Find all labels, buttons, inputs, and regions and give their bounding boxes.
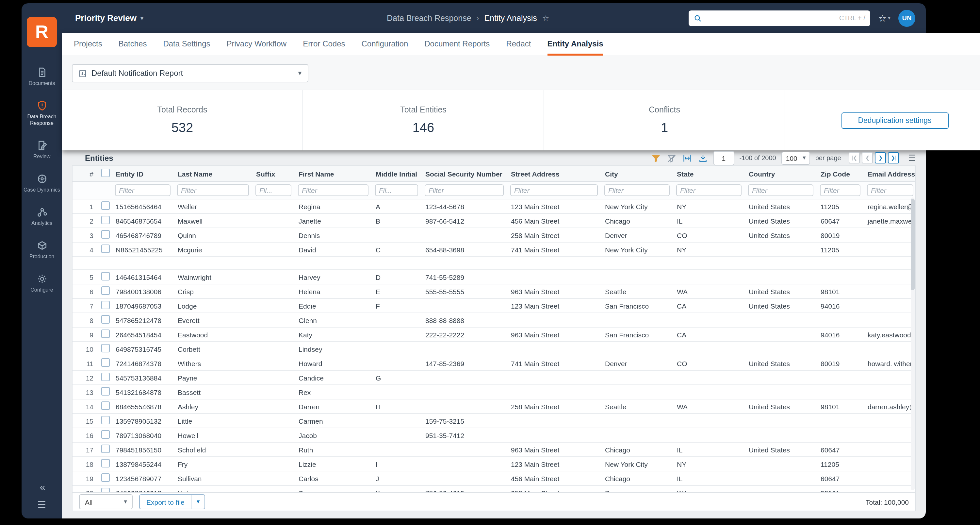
entity-id-link[interactable]: 684655546878 [112,399,174,413]
vertical-scrollbar[interactable] [911,198,915,490]
row-checkbox[interactable] [101,301,110,309]
entity-id-link[interactable]: 798451856150 [112,442,174,457]
sidebar-menu-button[interactable]: ☰ [38,499,46,511]
app-logo[interactable]: R [27,17,57,47]
table-row[interactable]: 2846546875654MaxwellJanetteB987-66-54124… [73,214,915,228]
breadcrumb-parent[interactable]: Data Breach Response [387,13,471,22]
sidebar-item-analytics[interactable]: Analytics [22,205,62,228]
entity-id-link[interactable]: 649875316745 [112,341,174,356]
breadcrumb-current[interactable]: Entity Analysis [484,13,537,22]
mass-action-scope-select[interactable]: All ▼ [79,494,133,509]
select-all-checkbox[interactable] [101,169,110,177]
export-options-button[interactable]: ▼ [191,495,205,509]
sidebar-item-documents[interactable]: Documents [22,65,62,88]
row-checkbox[interactable] [101,272,110,281]
row-checkbox[interactable] [101,459,110,468]
fit-columns-icon[interactable] [682,153,692,163]
column-filter-input-13[interactable] [867,184,913,196]
row-checkbox[interactable] [101,473,110,482]
entity-id-link[interactable]: 146461315464 [112,270,174,284]
column-filter-input-6[interactable] [375,184,418,196]
export-to-file-button[interactable]: Export to file [140,495,191,509]
table-row[interactable]: 8547865212478EverettGlenn888-88-8888 [73,313,915,327]
workspace-selector[interactable]: Priority Review ▾ [75,13,143,23]
export-grid-icon[interactable] [697,153,708,163]
table-row[interactable]: 13541321684878BassettRex [73,385,915,399]
column-filter-input-2[interactable] [115,184,170,196]
tab-configuration[interactable]: Configuration [362,33,408,56]
row-checkbox[interactable] [101,387,110,396]
entity-id-link[interactable]: 123456789077 [112,471,174,485]
row-checkbox[interactable] [101,488,110,492]
grid-menu-icon[interactable]: ☰ [908,153,916,163]
tab-entity-analysis[interactable]: Entity Analysis [547,33,603,56]
last-page-button[interactable]: ❯| [888,152,899,163]
report-selector[interactable]: Default Notification Report ▼ [72,64,309,82]
row-checkbox[interactable] [101,430,110,439]
row-checkbox[interactable] [101,358,110,367]
table-row[interactable]: 10649875316745CorbettLindsey [73,341,915,356]
tab-batches[interactable]: Batches [119,33,147,56]
table-row[interactable]: 11724146874378WithersHoward147-85-236974… [73,356,915,370]
column-header-email-address[interactable]: Email Address [864,166,915,182]
table-row[interactable]: 16789713068040HowellJacob951-35-7412 [73,428,915,442]
entity-id-link[interactable]: 798400138006 [112,284,174,298]
tab-document-reports[interactable]: Document Reports [424,33,490,56]
table-row[interactable]: 12545753136884PayneCandiceG [73,370,915,385]
entity-id-link[interactable]: 545753136884 [112,370,174,385]
column-header-country[interactable]: Country [745,166,817,182]
column-filter-input-5[interactable] [298,184,369,196]
entity-id-link[interactable]: 547865212478 [112,313,174,327]
tab-projects[interactable]: Projects [74,33,102,56]
favorites-menu[interactable]: ☆ ▾ [878,13,891,23]
table-row[interactable]: 6798400138006CrispHelenaE555-55-5555963 … [73,284,915,298]
row-checkbox[interactable] [101,373,110,381]
table-row[interactable]: 19123456789077SullivanCarlosJ456 Main St… [73,471,915,485]
table-row[interactable]: 15135978905132LittleCarmen159-75-3215 [73,413,915,428]
clear-filter-icon[interactable] [666,153,676,163]
favorite-star-icon[interactable]: ☆ [542,13,549,22]
column-header-state[interactable]: State [673,166,745,182]
entity-id-link[interactable]: 264654518454 [112,327,174,341]
entity-id-link[interactable]: 151656456464 [112,199,174,214]
row-checkbox[interactable] [101,230,110,239]
sidebar-item-case-dynamics[interactable]: Case Dynamics [22,172,62,195]
entity-id-link[interactable]: 846546875654 [112,214,174,228]
column-filter-input-7[interactable] [425,184,504,196]
sidebar-collapse-button[interactable]: « [40,481,44,492]
entity-id-link[interactable]: 465468746789 [112,228,174,242]
sidebar-item-data-breach-response[interactable]: Data Breach Response [22,99,62,128]
row-checkbox[interactable] [101,344,110,353]
tab-error-codes[interactable]: Error Codes [303,33,345,56]
sidebar-item-production[interactable]: Production [22,239,62,262]
column-header-first-name[interactable]: First Name [295,166,372,182]
table-row[interactable]: 1151656456464WellerReginaA123-44-5678123… [73,199,915,214]
page-size-select[interactable]: 100 ▼ [781,152,810,164]
entity-id-link[interactable]: 138798455244 [112,457,174,471]
column-header-zip-code[interactable]: Zip Code [817,166,864,182]
table-row[interactable]: 3465468746789QuinnDennis258 Main StreetD… [73,228,915,242]
column-filter-input-11[interactable] [748,184,813,196]
row-checkbox[interactable] [101,330,110,338]
prev-page-button[interactable]: ❮ [862,152,873,163]
table-row[interactable]: 4N86521455225McgurieDavidC654-88-3698741… [73,242,915,257]
row-checkbox[interactable] [101,315,110,324]
page-number-input[interactable] [713,151,734,165]
first-page-button[interactable]: |❮ [849,152,860,163]
table-row[interactable]: 17798451856150SchofieldRuth963 Main Stre… [73,442,915,457]
table-row[interactable]: 9264654518454EastwoodKaty222-22-2222963 … [73,327,915,341]
row-checkbox[interactable] [101,416,110,424]
column-filter-input-12[interactable] [820,184,861,196]
column-header-suffix[interactable]: Suffix [252,166,295,182]
column-filter-input-3[interactable] [177,184,249,196]
entity-id-link[interactable]: 187049687053 [112,298,174,313]
column-header-street-address[interactable]: Street Address [507,166,601,182]
table-row[interactable]: 20645698743218HaleSpencerK756-89-4619258… [73,485,915,492]
row-checkbox[interactable] [101,286,110,295]
user-avatar[interactable]: UN [898,10,915,27]
row-checkbox[interactable] [101,216,110,224]
column-filter-input-8[interactable] [510,184,598,196]
column-header-last-name[interactable]: Last Name [174,166,252,182]
table-row[interactable]: 5146461315464WainwrightHarveyD741-55-528… [73,270,915,284]
entity-id-link[interactable]: 724146874378 [112,356,174,370]
